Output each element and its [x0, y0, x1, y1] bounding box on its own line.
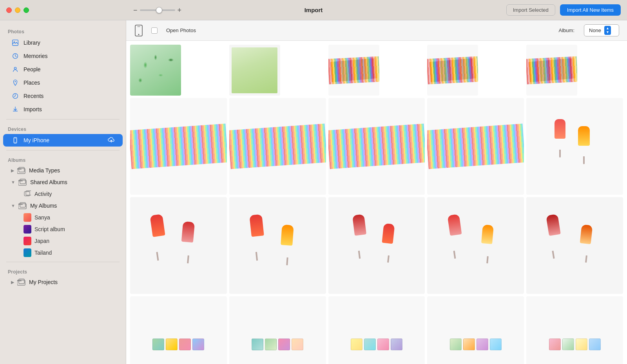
photo-cell[interactable] — [427, 98, 524, 195]
media-types-folder-icon — [17, 167, 26, 174]
album-label: Album: — [559, 27, 574, 33]
svg-rect-0 — [13, 40, 18, 45]
sidebar-item-label: Tailand — [34, 250, 52, 256]
people-icon — [11, 65, 20, 74]
open-photos-checkbox[interactable] — [151, 27, 158, 34]
sidebar-item-places[interactable]: Places — [3, 76, 123, 89]
section-header-photos: Photos — [0, 25, 126, 36]
cloud-upload-icon — [108, 136, 115, 145]
photo-cell[interactable] — [229, 197, 326, 294]
sidebar-item-label: Memories — [24, 53, 47, 59]
chevron-down-icon: ▼ — [11, 180, 15, 185]
sidebar-sub-item-activity[interactable]: Activity — [3, 188, 123, 199]
recents-icon — [11, 92, 20, 100]
maximize-button[interactable] — [24, 7, 29, 13]
titlebar-actions: Import Selected Import All New Items — [506, 4, 621, 16]
photo-cell[interactable] — [328, 98, 425, 195]
svg-point-8 — [15, 142, 15, 142]
photo-cell[interactable] — [427, 296, 524, 364]
zoom-slider[interactable] — [140, 9, 175, 11]
section-header-albums: Albums — [0, 154, 126, 165]
close-button[interactable] — [6, 7, 12, 13]
sidebar-item-label: Media Types — [29, 167, 60, 174]
sanya-thumb — [24, 214, 31, 221]
sidebar-item-my-iphone[interactable]: My iPhone — [3, 134, 123, 147]
content-toolbar: Open Photos Album: None ▲ ▼ — [126, 20, 627, 41]
my-albums-icon — [18, 202, 27, 209]
sidebar-item-library[interactable]: Library — [3, 36, 123, 49]
sidebar-item-media-types[interactable]: ▶ Media Types — [3, 165, 123, 176]
sidebar-item-shared-albums[interactable]: ▼ Shared Albums — [3, 177, 123, 188]
svg-rect-16 — [20, 203, 25, 207]
photo-cell[interactable] — [130, 98, 227, 195]
section-header-devices: Devices — [0, 123, 126, 134]
sidebar-item-label: People — [24, 66, 41, 72]
chevron-right-icon-2: ▶ — [11, 280, 14, 285]
photo-cell[interactable] — [526, 197, 623, 294]
sidebar-item-label: Japan — [34, 238, 49, 244]
sidebar-item-people[interactable]: People — [3, 63, 123, 76]
memories-icon — [11, 52, 20, 60]
imports-icon — [11, 105, 20, 114]
album-value: None — [589, 27, 601, 33]
open-photos-label[interactable]: Open Photos — [166, 27, 196, 33]
sidebar-item-label: Script album — [34, 226, 65, 232]
sidebar-item-my-projects[interactable]: ▶ My Projects — [3, 277, 123, 288]
sidebar-divider-3 — [6, 262, 120, 262]
album-select-arrows[interactable]: ▲ ▼ — [604, 26, 611, 35]
titlebar: − + Import Import Selected Import All Ne… — [0, 0, 627, 20]
photo-cell[interactable] — [229, 98, 326, 195]
sidebar-item-label: Library — [24, 40, 40, 46]
photo-cell[interactable] — [526, 296, 623, 364]
sidebar-sub-item-japan[interactable]: Japan — [3, 235, 123, 246]
photo-cell[interactable] — [130, 296, 227, 364]
window-title: Import — [304, 7, 323, 13]
photo-cell[interactable] — [427, 197, 524, 294]
svg-point-21 — [138, 34, 140, 35]
sidebar-item-label: Sanya — [34, 214, 50, 221]
photo-cell[interactable] — [328, 296, 425, 364]
sidebar-divider-2 — [6, 150, 120, 150]
sidebar-sub-item-sanya[interactable]: Sanya — [3, 212, 123, 223]
sidebar-sub-item-script-album[interactable]: Script album — [3, 224, 123, 235]
photo-cell[interactable] — [130, 197, 227, 294]
photo-cell[interactable] — [526, 98, 623, 195]
sidebar-divider-1 — [6, 119, 120, 120]
photo-cell[interactable] — [328, 197, 425, 294]
tailand-thumb — [24, 249, 31, 257]
zoom-controls: − + — [133, 7, 181, 14]
zoom-in-button[interactable]: + — [178, 7, 182, 14]
import-all-button[interactable]: Import All New Items — [560, 4, 621, 16]
photo-cell[interactable] — [229, 296, 326, 364]
library-icon — [11, 38, 20, 47]
zoom-out-button[interactable]: − — [133, 7, 138, 14]
sidebar-item-label: My Projects — [29, 279, 58, 285]
phone-device-icon — [134, 25, 143, 36]
sidebar-sub-item-tailand[interactable]: Tailand — [3, 247, 123, 258]
chevron-down-icon-2: ▼ — [11, 203, 15, 208]
sidebar-item-label: Imports — [24, 106, 42, 112]
svg-point-4 — [15, 81, 16, 82]
photo-cell[interactable] — [526, 45, 577, 96]
photo-grid[interactable] — [126, 41, 627, 364]
photo-cell[interactable] — [229, 45, 280, 96]
minimize-button[interactable] — [15, 7, 20, 13]
svg-rect-18 — [19, 279, 24, 284]
japan-thumb — [24, 237, 31, 245]
sidebar-item-recents[interactable]: Recents — [3, 90, 123, 102]
import-selected-button[interactable]: Import Selected — [506, 4, 555, 16]
svg-point-3 — [14, 67, 16, 69]
photo-cell[interactable] — [328, 45, 379, 96]
script-album-thumb — [24, 225, 31, 233]
sidebar-item-my-albums[interactable]: ▼ My Albums — [3, 200, 123, 211]
photo-cell[interactable] — [427, 45, 478, 96]
traffic-lights — [6, 7, 29, 13]
photo-cell[interactable] — [130, 45, 181, 96]
sidebar-item-imports[interactable]: Imports — [3, 103, 123, 116]
svg-rect-10 — [19, 167, 24, 172]
photo-grid-inner — [130, 45, 623, 364]
shared-albums-icon — [18, 179, 27, 186]
activity-icon — [24, 190, 31, 198]
sidebar-item-memories[interactable]: Memories — [3, 50, 123, 62]
svg-rect-12 — [20, 179, 25, 184]
